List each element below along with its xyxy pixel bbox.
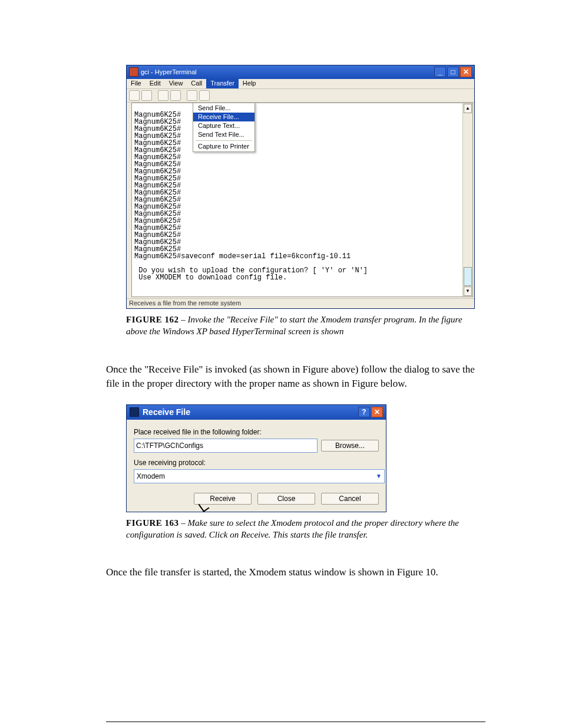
hyperterminal-app-icon (129, 67, 138, 77)
close-button[interactable]: Close (257, 493, 315, 505)
footer-rule (106, 722, 485, 722)
menu-edit[interactable]: Edit (146, 79, 165, 88)
protocol-select[interactable]: Xmodem ▼ (134, 469, 385, 483)
vertical-scrollbar[interactable]: ▲ ▼ (462, 103, 472, 297)
dropdown-capture-text[interactable]: Capture Text... (193, 121, 254, 130)
browse-button[interactable]: Browse... (321, 440, 379, 452)
hyperterminal-menubar: File Edit View Call Transfer Help (127, 79, 474, 89)
menu-view[interactable]: View (165, 79, 187, 88)
dropdown-receive-file[interactable]: Receive File... (193, 113, 254, 121)
dropdown-capture-to-printer[interactable]: Capture to Printer (193, 142, 254, 151)
figure-162-lead: FIGURE 162 (126, 315, 179, 324)
menu-file[interactable]: File (127, 79, 146, 88)
toolbar-properties-icon[interactable] (199, 90, 210, 101)
hyperterminal-window: gci - HyperTerminal _ □ ✕ File Edit View… (126, 65, 475, 309)
menu-help[interactable]: Help (239, 79, 260, 88)
receive-file-dialog-icon (130, 407, 139, 417)
dropdown-send-text-file[interactable]: Send Text File... (193, 130, 254, 139)
hyperterminal-toolbar (127, 89, 474, 103)
protocol-select-value: Xmodem (137, 472, 165, 480)
receive-file-title-text: Receive File (143, 407, 190, 417)
body-paragraph-1: Once the "Receive File" is invoked (as s… (106, 363, 485, 391)
figure-163-lead: FIGURE 163 (126, 518, 179, 528)
protocol-label: Use receiving protocol: (134, 459, 379, 467)
toolbar-open-icon[interactable] (141, 90, 152, 101)
toolbar-send-icon[interactable] (187, 90, 197, 101)
transfer-dropdown: Send File... Receive File... Capture Tex… (193, 103, 255, 152)
body-paragraph-2: Once the file transfer is started, the X… (106, 565, 485, 580)
toolbar-connect-icon[interactable] (158, 90, 168, 101)
cancel-button[interactable]: Cancel (321, 493, 379, 505)
scroll-down-icon[interactable]: ▼ (464, 286, 472, 296)
folder-input[interactable] (134, 439, 318, 453)
status-bar: Receives a file from the remote system (127, 298, 474, 308)
menu-transfer[interactable]: Transfer (206, 79, 239, 88)
hyperterminal-title-text: gci - HyperTerminal (141, 69, 197, 75)
folder-label: Place received file in the following fol… (134, 428, 379, 436)
chevron-down-icon: ▼ (376, 473, 382, 479)
receive-file-dialog: Receive File ? ✕ Place received file in … (126, 404, 386, 512)
receive-button[interactable]: Receive (194, 493, 252, 505)
close-icon[interactable]: ✕ (371, 407, 383, 417)
scroll-thumb[interactable] (464, 267, 472, 286)
terminal-output[interactable]: Magnum6K25# Magnum6K25# Magnum6K25# Magn… (132, 110, 462, 289)
figure-163-caption: FIGURE 163 – Make sure to select the Xmo… (126, 517, 485, 541)
dropdown-send-file[interactable]: Send File... (193, 104, 254, 113)
hyperterminal-titlebar[interactable]: gci - HyperTerminal _ □ ✕ (127, 65, 474, 79)
receive-file-titlebar[interactable]: Receive File ? ✕ (127, 405, 386, 420)
toolbar-new-icon[interactable] (129, 90, 140, 101)
minimize-icon[interactable]: _ (434, 67, 446, 77)
figure-162-caption: FIGURE 162 – Invoke the "Receive File" t… (126, 314, 485, 338)
scroll-up-icon[interactable]: ▲ (464, 104, 472, 113)
dropdown-separator (196, 140, 252, 141)
close-icon[interactable]: ✕ (460, 67, 472, 77)
maximize-icon[interactable]: □ (447, 67, 459, 77)
help-icon[interactable]: ? (358, 407, 370, 417)
menu-call[interactable]: Call (187, 79, 206, 88)
toolbar-disconnect-icon[interactable] (170, 90, 181, 101)
